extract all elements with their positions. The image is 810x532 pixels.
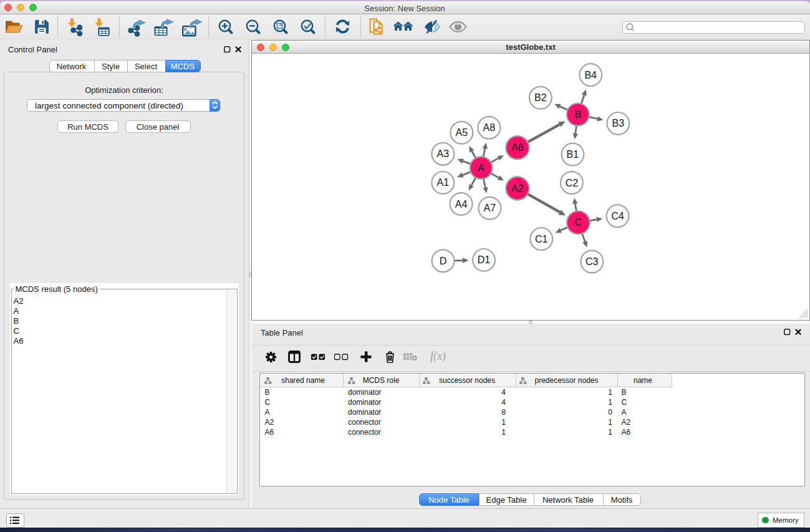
svg-text:A: A <box>478 162 485 173</box>
svg-text:C3: C3 <box>586 256 599 267</box>
svg-text:A4: A4 <box>455 198 468 209</box>
svg-text:A1: A1 <box>437 177 450 188</box>
svg-text:B1: B1 <box>567 149 579 160</box>
svg-text:A5: A5 <box>456 127 468 138</box>
svg-text:A2: A2 <box>511 183 524 193</box>
svg-text:C2: C2 <box>566 177 579 188</box>
svg-text:A3: A3 <box>437 148 450 159</box>
svg-text:D1: D1 <box>478 254 491 265</box>
svg-text:C1: C1 <box>535 233 548 244</box>
svg-text:D: D <box>440 255 447 266</box>
svg-text:B2: B2 <box>534 92 547 103</box>
svg-text:B: B <box>574 109 581 120</box>
svg-text:A6: A6 <box>511 142 524 153</box>
svg-text:B4: B4 <box>584 69 597 80</box>
svg-text:C: C <box>575 217 582 228</box>
svg-text:C4: C4 <box>611 210 624 221</box>
svg-text:A7: A7 <box>484 203 496 213</box>
svg-text:B3: B3 <box>612 118 625 128</box>
svg-text:A8: A8 <box>483 122 496 133</box>
